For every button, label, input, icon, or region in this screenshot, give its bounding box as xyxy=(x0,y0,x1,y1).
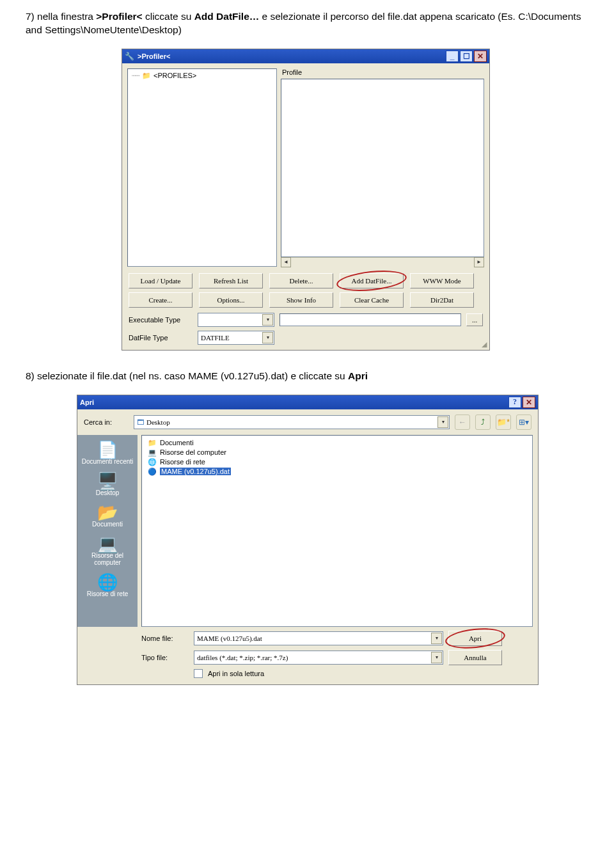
options-button[interactable]: Options... xyxy=(199,292,263,308)
new-folder-button[interactable]: 📁* xyxy=(496,414,511,430)
open-button[interactable]: Apri xyxy=(448,631,502,646)
app-icon: 🔧 xyxy=(125,52,134,61)
resize-grip[interactable]: ◢ xyxy=(482,340,487,349)
view-menu-button[interactable]: ⊞▾ xyxy=(516,414,531,430)
desktop-icon: 🗔 xyxy=(137,418,144,426)
desktop-icon: 🖥️ xyxy=(81,473,134,489)
list-item[interactable]: 📁Documenti xyxy=(146,438,528,448)
tree-connector: ┈┈ xyxy=(132,72,139,80)
network-icon: 🌐 xyxy=(81,574,134,590)
filetype-select[interactable]: datfiles (*.dat; *.zip; *.rar; *.7z) ▾ xyxy=(194,651,443,665)
places-desktop[interactable]: 🖥️Desktop xyxy=(81,470,134,499)
file-name: Risorse di rete xyxy=(160,458,205,466)
browse-button[interactable]: ... xyxy=(466,313,483,326)
chevron-down-icon[interactable]: ▾ xyxy=(262,332,273,343)
list-item-selected[interactable]: 🔵MAME (v0.127u5).dat xyxy=(146,467,528,477)
folder-icon: 📁 xyxy=(147,439,157,447)
place-label: Risorse di rete xyxy=(81,590,134,597)
close-button[interactable]: ✕ xyxy=(523,397,535,408)
select-value: DATFILE xyxy=(201,334,230,342)
documents-icon: 📂 xyxy=(81,504,134,521)
open-dialog: Apri ? ✕ Cerca in: 🗔 Desktop ▾ ← ⤴ 📁* ⊞▾… xyxy=(77,395,539,685)
look-in-select[interactable]: 🗔 Desktop ▾ xyxy=(134,415,450,429)
file-list[interactable]: 📁Documenti 💻Risorse del computer 🌐Risors… xyxy=(141,435,533,627)
network-icon: 🌐 xyxy=(147,458,157,466)
maximize-button[interactable]: ☐ xyxy=(460,51,473,62)
places-recent[interactable]: 📄Documenti recenti xyxy=(81,439,134,468)
list-item[interactable]: 💻Risorse del computer xyxy=(146,448,528,457)
executable-path-input[interactable] xyxy=(279,313,461,326)
titlebar[interactable]: Apri ? ✕ xyxy=(77,395,538,409)
select-value: datfiles (*.dat; *.zip; *.rar; *.7z) xyxy=(197,654,288,661)
place-label: Documenti recenti xyxy=(81,458,134,465)
tree-root-item[interactable]: ┈┈ 📁 <PROFILES> xyxy=(132,72,272,80)
places-documents[interactable]: 📂Documenti xyxy=(81,501,134,530)
profiles-tree[interactable]: ┈┈ 📁 <PROFILES> xyxy=(127,68,277,267)
back-button[interactable]: ← xyxy=(455,414,470,430)
load-update-button[interactable]: Load / Update xyxy=(129,273,193,288)
text: 7) nella finestra xyxy=(26,11,96,22)
places-computer[interactable]: 💻Risorse del computer xyxy=(81,533,134,569)
scroll-left-icon[interactable]: ◄ xyxy=(281,257,291,267)
computer-icon: 💻 xyxy=(81,535,134,552)
chevron-down-icon[interactable]: ▾ xyxy=(431,633,442,644)
readonly-checkbox[interactable] xyxy=(194,669,203,678)
file-name: MAME (v0.127u5).dat xyxy=(160,468,231,475)
file-name: Risorse del computer xyxy=(160,448,226,456)
select-value: Desktop xyxy=(146,418,170,426)
look-in-label: Cerca in: xyxy=(84,418,129,426)
titlebar[interactable]: 🔧 >Profiler< _ ☐ ✕ xyxy=(122,49,489,63)
window-title: Apri xyxy=(80,398,94,406)
readonly-label: Apri in sola lettura xyxy=(208,670,264,677)
folder-icon: 📁 xyxy=(142,72,151,80)
file-name: Documenti xyxy=(160,439,194,446)
computer-icon: 💻 xyxy=(147,448,157,457)
chevron-down-icon[interactable]: ▾ xyxy=(262,314,273,326)
filename-label: Nome file: xyxy=(141,635,189,642)
dir2dat-button[interactable]: Dir2Dat xyxy=(410,292,474,308)
profile-label: Profile xyxy=(282,68,484,76)
instruction-8: 8) selezionate il file.dat (nel ns. caso… xyxy=(26,370,588,383)
input-value: MAME (v0.127u5).dat xyxy=(197,635,262,642)
profile-list[interactable] xyxy=(281,79,484,257)
minimize-button[interactable]: _ xyxy=(446,51,459,62)
text-bold: >Profiler< xyxy=(96,11,142,22)
text-bold: Apri xyxy=(348,370,368,381)
add-datfile-button[interactable]: Add DatFile... xyxy=(340,273,404,288)
show-info-button[interactable]: Show Info xyxy=(269,292,333,308)
places-network[interactable]: 🌐Risorse di rete xyxy=(81,571,134,600)
chevron-down-icon[interactable]: ▾ xyxy=(437,416,448,428)
close-button[interactable]: ✕ xyxy=(474,51,487,62)
tree-label: <PROFILES> xyxy=(154,72,196,79)
place-label: Risorse del computer xyxy=(81,552,134,566)
refresh-list-button[interactable]: Refresh List xyxy=(199,273,263,288)
cancel-button[interactable]: Annulla xyxy=(448,650,502,665)
text: cliccate su xyxy=(143,11,194,22)
up-button[interactable]: ⤴ xyxy=(475,414,491,430)
button-label: Add DatFile... xyxy=(352,277,392,285)
instruction-7: 7) nella finestra >Profiler< cliccate su… xyxy=(26,10,588,37)
chevron-down-icon[interactable]: ▾ xyxy=(431,652,442,663)
place-label: Documenti xyxy=(81,521,134,528)
datfile-type-select[interactable]: DATFILE ▾ xyxy=(198,331,274,345)
horizontal-scrollbar[interactable]: ◄ ► xyxy=(281,257,484,267)
list-item[interactable]: 🌐Risorse di rete xyxy=(146,457,528,467)
create-button[interactable]: Create... xyxy=(129,292,193,308)
text: 8) selezionate il file.dat (nel ns. caso… xyxy=(26,370,348,381)
places-bar: 📄Documenti recenti 🖥️Desktop 📂Documenti … xyxy=(77,435,138,627)
help-button[interactable]: ? xyxy=(508,397,521,408)
executable-type-select[interactable]: ▾ xyxy=(198,313,274,327)
place-label: Desktop xyxy=(81,489,134,496)
executable-type-label: Executable Type xyxy=(129,316,193,324)
www-mode-button[interactable]: WWW Mode xyxy=(410,273,474,288)
filename-input[interactable]: MAME (v0.127u5).dat ▾ xyxy=(194,631,443,645)
filetype-label: Tipo file: xyxy=(141,654,189,661)
profiler-window: 🔧 >Profiler< _ ☐ ✕ ┈┈ 📁 <PROFILES> Profi… xyxy=(122,49,490,351)
file-icon: 🔵 xyxy=(147,468,157,476)
text-bold: Add DatFile… xyxy=(194,11,260,22)
delete-button[interactable]: Delete... xyxy=(269,273,333,288)
scroll-right-icon[interactable]: ► xyxy=(474,257,484,267)
clear-cache-button[interactable]: Clear Cache xyxy=(340,292,404,308)
datfile-type-label: DatFile Type xyxy=(129,334,193,342)
window-title: >Profiler< xyxy=(138,52,170,60)
